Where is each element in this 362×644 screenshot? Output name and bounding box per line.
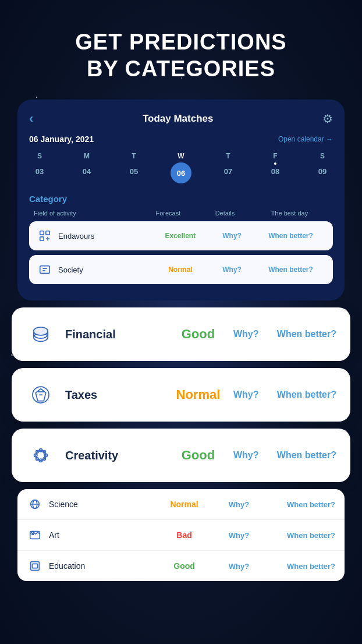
table-row-endavours: Endavours Excellent Why? When better? [29, 221, 333, 250]
expanded-card-creativity: Creativity Good Why? When better? [12, 429, 350, 482]
creativity-better[interactable]: When better? [267, 450, 336, 461]
day-fri[interactable]: F 08 [265, 152, 286, 183]
creativity-name: Creativity [65, 449, 172, 462]
th-details: Details [199, 210, 251, 217]
bottom-row-art: Art Bad Why? When better? [17, 520, 345, 551]
day-dot-sun [38, 162, 41, 165]
financial-icon [26, 319, 56, 349]
science-better[interactable]: When better? [262, 500, 335, 509]
open-calendar-button[interactable]: Open calendar → [278, 135, 333, 143]
week-row: S 03 M 04 T 05 W 06 T 07 [29, 152, 333, 183]
calendar-header: ‹ Today Matches ⚙ [29, 111, 333, 126]
art-forecast: Bad [153, 530, 215, 540]
day-mon[interactable]: M 04 [76, 152, 97, 183]
financial-name: Financial [65, 328, 172, 341]
th-forecast: Forecast [137, 210, 200, 217]
taxes-why[interactable]: Why? [225, 390, 267, 400]
day-sat[interactable]: S 09 [312, 152, 333, 183]
taxes-icon [26, 380, 56, 410]
taxes-forecast: Normal [172, 387, 225, 402]
settings-icon[interactable]: ⚙ [322, 112, 333, 126]
creativity-icon [26, 440, 56, 470]
day-dot-thu [227, 162, 229, 165]
bottom-row-education: Education Good Why? When better? [17, 551, 345, 581]
table-row-society: Society Normal Why? When better? [29, 255, 333, 284]
category-label: Category [29, 194, 333, 204]
day-tue[interactable]: T 05 [123, 152, 144, 183]
endavours-name: Endavours [58, 232, 152, 240]
financial-why[interactable]: Why? [225, 329, 267, 339]
current-date: 06 January, 2021 [29, 135, 94, 144]
expanded-card-taxes: Taxes Normal Why? When better? [12, 368, 350, 422]
active-day-bubble: 06 [171, 162, 191, 183]
endavours-why[interactable]: Why? [208, 232, 255, 240]
calendar-title: Today Matches [143, 113, 214, 125]
endavours-better[interactable]: When better? [255, 232, 326, 240]
society-icon [36, 261, 54, 278]
day-sun[interactable]: S 03 [29, 152, 50, 183]
art-name: Art [49, 530, 153, 540]
svg-rect-1 [46, 231, 49, 235]
back-button[interactable]: ‹ [29, 111, 33, 126]
science-forecast: Normal [153, 500, 215, 509]
endavours-forecast: Excellent [152, 232, 208, 240]
day-dot-tue [133, 162, 135, 165]
day-dot-fri [274, 162, 276, 165]
day-dot-mon [86, 162, 88, 165]
svg-rect-0 [40, 231, 44, 235]
th-best: The best day [251, 210, 328, 217]
society-forecast: Normal [152, 266, 208, 274]
svg-point-21 [32, 533, 34, 535]
svg-rect-23 [32, 564, 37, 568]
art-why[interactable]: Why? [215, 531, 262, 540]
page-header: GET PREDICTIONS BY CATEGORIES [0, 0, 362, 100]
society-name: Society [58, 266, 152, 274]
education-forecast: Good [153, 561, 215, 571]
education-icon [27, 558, 43, 574]
endavours-icon [36, 227, 54, 245]
day-wed-active[interactable]: W 06 [171, 152, 191, 183]
date-row: 06 January, 2021 Open calendar → [29, 135, 333, 144]
taxes-name: Taxes [65, 388, 172, 402]
science-why[interactable]: Why? [215, 500, 262, 509]
art-better[interactable]: When better? [262, 531, 335, 540]
day-dot-sat [321, 162, 324, 165]
education-why[interactable]: Why? [215, 562, 262, 571]
education-better[interactable]: When better? [262, 562, 335, 571]
expanded-card-financial: Financial Good Why? When better? [12, 307, 350, 361]
page-title: GET PREDICTIONS BY CATEGORIES [23, 29, 339, 82]
education-name: Education [49, 561, 153, 571]
table-header: Field of activity Forecast Details The b… [29, 210, 333, 217]
th-field: Field of activity [34, 210, 137, 217]
svg-rect-2 [40, 237, 44, 240]
day-thu[interactable]: T 07 [218, 152, 239, 183]
taxes-better[interactable]: When better? [267, 390, 336, 400]
bottom-card: Science Normal Why? When better? Art Bad… [17, 489, 345, 581]
financial-better[interactable]: When better? [267, 329, 336, 339]
science-icon [27, 496, 43, 512]
art-icon [27, 527, 43, 543]
svg-point-6 [34, 327, 48, 335]
svg-rect-3 [40, 266, 50, 274]
financial-forecast: Good [172, 327, 225, 342]
creativity-why[interactable]: Why? [225, 450, 267, 461]
creativity-forecast: Good [172, 448, 225, 463]
society-better[interactable]: When better? [255, 266, 326, 274]
society-why[interactable]: Why? [208, 266, 255, 274]
science-name: Science [49, 500, 153, 509]
main-card: ‹ Today Matches ⚙ 06 January, 2021 Open … [17, 100, 345, 300]
bottom-row-science: Science Normal Why? When better? [17, 489, 345, 520]
